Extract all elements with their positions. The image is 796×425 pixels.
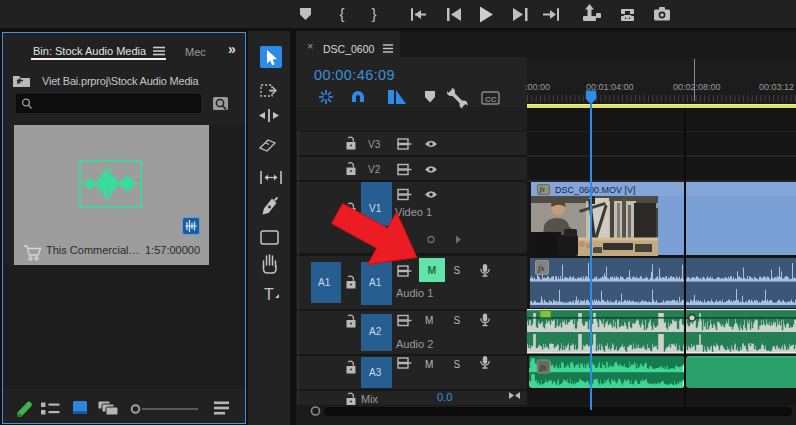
svg-text:fx: fx: [540, 362, 546, 372]
svg-text:{: {: [339, 5, 344, 22]
svg-text:}: }: [371, 5, 376, 22]
svg-text:T: T: [264, 286, 274, 303]
svg-text:fx: fx: [538, 263, 545, 273]
svg-text:fx: fx: [540, 185, 546, 194]
svg-text:CC: CC: [485, 95, 497, 104]
